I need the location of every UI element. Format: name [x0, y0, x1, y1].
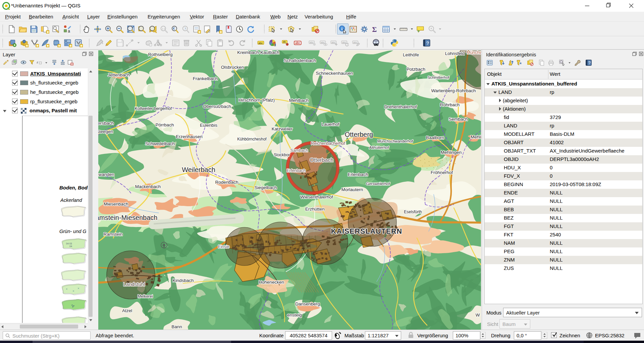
svg-text:chwanden: chwanden: [98, 172, 114, 177]
svg-text:Morlautern: Morlautern: [341, 187, 363, 192]
svg-text:Münchschwanderhof: Münchschwanderhof: [377, 139, 413, 143]
svg-text:ab: ab: [283, 40, 285, 43]
svg-text:abc: abc: [353, 41, 357, 44]
svg-text:Katzweiler: Katzweiler: [272, 126, 293, 131]
svg-text:Erfenbach: Erfenbach: [287, 168, 306, 173]
svg-text:Wartenberg-Rohrbach: Wartenberg-Rohrbach: [431, 88, 476, 93]
svg-text:Lauerhof: Lauerhof: [321, 122, 339, 127]
svg-text:Eulenbis: Eulenbis: [200, 123, 217, 128]
svg-text:Rohrbach: Rohrbach: [440, 102, 460, 107]
svg-text:Baalborn: Baalborn: [426, 135, 444, 140]
svg-text:Kindsbach: Kindsbach: [172, 278, 194, 283]
svg-text:Mehlingen: Mehlingen: [441, 150, 462, 155]
svg-text:Lohnsfeld: Lohnsfeld: [445, 51, 465, 56]
svg-text:Wiesenthalerhof: Wiesenthalerhof: [300, 194, 333, 199]
svg-text:Mehlin: Mehlin: [471, 134, 481, 139]
svg-text:ensteig: ensteig: [287, 312, 302, 318]
svg-text:Miesenbach: Miesenbach: [104, 202, 128, 207]
svg-text:Ramstein: Ramstein: [103, 232, 122, 237]
svg-text:Schneckenhausen: Schneckenhausen: [316, 71, 353, 76]
svg-text:Weilerbach: Weilerbach: [182, 166, 215, 173]
svg-text:Jettenbach: Jettenbach: [108, 72, 130, 77]
svg-text:a: a: [68, 29, 70, 34]
svg-text:Frankelbach: Frankelbach: [193, 76, 218, 81]
svg-text:i: i: [341, 26, 342, 31]
svg-text:Einsie: Einsie: [218, 244, 229, 249]
svg-text:Schallodenbach: Schallodenbach: [284, 58, 316, 63]
svg-text:Fröhnerhof: Fröhnerhof: [431, 170, 453, 175]
svg-text:Reichenbacherhof: Reichenbacherhof: [311, 141, 345, 146]
svg-text:Erzhütten: Erzhütten: [305, 207, 325, 212]
svg-text:Dansenberg: Dansenberg: [295, 301, 320, 306]
svg-text:abc: abc: [258, 42, 263, 45]
svg-text:Erlenbach: Erlenbach: [348, 172, 368, 177]
svg-text:Ramstein-Miesenbach: Ramstein-Miesenbach: [98, 214, 157, 221]
svg-text:ε: ε: [37, 60, 39, 64]
svg-text:KAISERSLAUTERN: KAISERSLAUTERN: [331, 227, 402, 235]
svg-text:Mackenbach: Mackenbach: [135, 184, 161, 189]
svg-text:lbersbach: lbersbach: [98, 121, 114, 126]
svg-text:Stockbor: Stockbor: [274, 153, 289, 157]
svg-text:abc: abc: [331, 41, 335, 44]
svg-text:?: ?: [588, 61, 591, 65]
svg-text:Kühbörncheshof: Kühbörncheshof: [237, 137, 267, 141]
svg-text:Otterbach: Otterbach: [310, 157, 333, 163]
svg-text:Potzbach: Potzbach: [407, 67, 425, 72]
svg-text:abc: abc: [321, 41, 325, 44]
svg-text:Pörrbach: Pörrbach: [156, 122, 174, 127]
svg-text:Olsbrücken: Olsbrücken: [221, 65, 244, 70]
svg-text:04: 04: [69, 245, 72, 247]
svg-text:Rodenbach: Rodenbach: [215, 180, 238, 185]
svg-text:W: W: [476, 312, 480, 318]
svg-text:Melkerei: Melkerei: [138, 294, 153, 299]
svg-text:?: ?: [426, 41, 429, 46]
svg-text:Σ: Σ: [372, 25, 377, 34]
svg-text:Erzenhausen: Erzenhausen: [176, 134, 203, 139]
svg-text:Hirschhorn (Pfalz): Hirschhorn (Pfalz): [238, 98, 275, 103]
svg-text:Drehenthalerhof: Drehenthalerhof: [384, 104, 417, 109]
svg-text:Atzel: Atzel: [122, 308, 132, 313]
svg-text:Hohenecken: Hohenecken: [259, 280, 284, 285]
svg-text:Steegen: Steegen: [98, 129, 113, 134]
svg-text:Schwedelbach: Schwedelbach: [145, 141, 175, 146]
svg-text:abc: abc: [342, 41, 346, 44]
svg-text:Landstuhl: Landstuhl: [123, 281, 145, 287]
svg-text:Siegelbach: Siegelbach: [255, 185, 277, 190]
svg-text:abc: abc: [295, 41, 300, 45]
svg-text:Kreimbach-Kaulbach: Kreimbach-Kaulbach: [237, 50, 279, 55]
svg-text:Sambach: Sambach: [290, 148, 308, 153]
svg-text:abc: abc: [310, 41, 314, 44]
svg-text:Schmitterhof: Schmitterhof: [428, 75, 449, 79]
svg-text:Eselsfürth: Eselsfürth: [404, 210, 422, 214]
svg-text:04 03: 04 03: [66, 242, 72, 245]
svg-text:Münchw: Münchw: [467, 50, 481, 55]
svg-text:Gersweilerhof: Gersweilerhof: [366, 182, 390, 186]
svg-text:Mehlbach: Mehlbach: [289, 98, 309, 103]
svg-text:Althütterhof: Althütterhof: [369, 146, 389, 150]
svg-text:Rothselberg: Rothselberg: [148, 52, 173, 57]
svg-text:Bann: Bann: [171, 324, 182, 329]
svg-text:Otterberg: Otterberg: [345, 131, 373, 138]
svg-text:Kollweiler bergerhof: Kollweiler bergerhof: [135, 106, 172, 111]
svg-text:Obersulzbach: Obersulzbach: [203, 104, 231, 109]
svg-text:1:1: 1:1: [162, 27, 166, 30]
svg-text:Sembach: Sembach: [448, 117, 468, 122]
svg-text:Leithöfe: Leithöfe: [403, 52, 419, 57]
